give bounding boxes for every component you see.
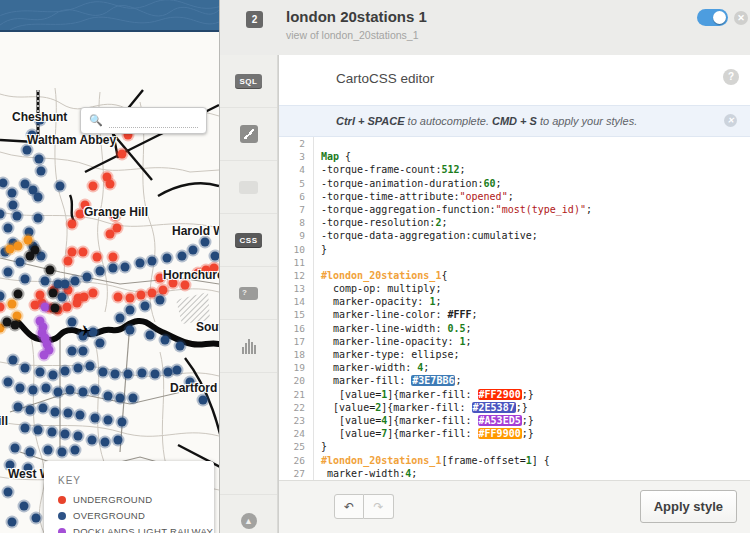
code-token: ;}: [522, 415, 534, 426]
tab-css[interactable]: CSS: [220, 214, 277, 267]
code-token: ]{marker-fill:: [387, 389, 477, 400]
station-dot-navy: [91, 414, 100, 423]
code-line[interactable]: 21 [value=1]{marker-fill: #FF2900;}: [279, 388, 750, 401]
undo-redo-group: ↶ ↷: [334, 494, 394, 519]
hint-close-icon[interactable]: ✕: [724, 114, 737, 127]
help-icon[interactable]: ?: [723, 69, 739, 85]
station-dot-navy: [201, 238, 210, 247]
code-line[interactable]: 4-torque-frame-count:512;: [279, 163, 750, 176]
station-dot-black: [26, 252, 35, 261]
station-dot-red: [148, 289, 157, 298]
map-place-label: ill: [0, 414, 8, 428]
apply-style-button[interactable]: Apply style: [640, 490, 737, 523]
tab-export[interactable]: ▲: [220, 495, 277, 533]
code-token: ;}: [522, 389, 534, 400]
layer-visibility-toggle[interactable]: [697, 9, 728, 26]
tab-infowindow[interactable]: [220, 161, 277, 214]
station-dot-navy: [79, 347, 88, 356]
station-dot-navy: [32, 514, 41, 523]
map-place-label: Dartford: [170, 381, 217, 395]
code-line[interactable]: 13 comp-op: multiply;: [279, 282, 750, 295]
color-swatch-token: #FF2900: [478, 389, 522, 400]
redo-button[interactable]: ↷: [364, 494, 394, 519]
code-token: ;: [496, 178, 502, 189]
code-line[interactable]: 15 marker-line-color: #FFF;: [279, 308, 750, 321]
code-line[interactable]: 16 marker-line-width: 0.5;: [279, 322, 750, 335]
station-dot-navy: [56, 182, 65, 191]
station-dot-navy: [68, 318, 77, 327]
search-input[interactable]: [109, 113, 198, 128]
code-line[interactable]: 23 [value=4]{marker-fill: #A53ED5;}: [279, 414, 750, 427]
legend-item-label: UNDERGROUND: [73, 494, 152, 505]
station-dot-navy: [79, 388, 88, 397]
code-line[interactable]: 26#london_20stations_1[frame-offset=1] {: [279, 454, 750, 467]
code-line[interactable]: 19 marker-width: 4;: [279, 361, 750, 374]
code-line[interactable]: 5-torque-animation-duration:60;: [279, 177, 750, 190]
editor-title: CartoCSS editor: [336, 71, 434, 86]
station-dot-navy: [71, 277, 80, 286]
panel-close-icon[interactable]: ✕: [734, 11, 748, 25]
station-dot-navy: [99, 368, 108, 377]
code-token: }: [321, 244, 327, 255]
station-dot-navy: [51, 408, 60, 417]
code-line[interactable]: 25}: [279, 440, 750, 453]
code-line[interactable]: 20 marker-fill: #3E7BB6;: [279, 374, 750, 387]
map-place-label: Waltham Abbey: [27, 133, 116, 147]
station-dot-navy: [126, 306, 135, 315]
station-dot-navy: [136, 259, 145, 268]
code-line[interactable]: 14 marker-opacity: 1;: [279, 295, 750, 308]
layer-panel-header: 2 london 20stations 1 view of london_20s…: [220, 0, 750, 55]
code-line[interactable]: 27 marker-width:4;: [279, 467, 750, 480]
tab-legend[interactable]: ?: [220, 267, 277, 320]
code-token: ]{marker-fill:: [387, 415, 477, 426]
code-line[interactable]: 22 [value=2]{marker-fill: #2E5387;}: [279, 401, 750, 414]
map-view[interactable]: CheshuntWaltham AbbeyGrange HillHarold W…: [0, 0, 219, 533]
station-dot-navy: [8, 189, 17, 198]
code-line[interactable]: 2: [279, 137, 750, 150]
tab-wizard[interactable]: [220, 108, 277, 161]
code-line[interactable]: 8-torque-resolution:2;: [279, 216, 750, 229]
station-dot-red: [89, 182, 98, 191]
code-token: -torque-aggregation-function:: [321, 204, 496, 215]
code-line[interactable]: 10}: [279, 243, 750, 256]
station-dot-navy: [88, 436, 97, 445]
line-number: 22: [279, 401, 313, 414]
line-number: 15: [279, 308, 313, 321]
station-dot-navy: [116, 314, 125, 323]
station-dot-navy: [4, 224, 13, 233]
station-dot-navy: [58, 293, 67, 302]
station-dot-navy: [26, 448, 35, 457]
code-token: ;: [586, 204, 592, 215]
station-dot-navy: [121, 263, 130, 272]
map-search-box[interactable]: 🔍: [80, 107, 207, 134]
layer-title: london 20stations 1: [286, 8, 427, 25]
code-token: -torque-frame-count:: [321, 164, 441, 175]
station-dot-navy: [109, 264, 118, 273]
code-line[interactable]: 24 [value=7]{marker-fill: #FF9900;}: [279, 427, 750, 440]
tab-sql[interactable]: SQL: [220, 55, 277, 108]
code-line[interactable]: 3Map {: [279, 150, 750, 163]
code-token: ;: [411, 468, 417, 479]
code-line[interactable]: 7-torque-aggregation-function:"most(type…: [279, 203, 750, 216]
code-token: marker-line-color:: [321, 309, 447, 320]
tab-filters[interactable]: [220, 320, 277, 373]
legend-item: OVERGROUND: [58, 510, 214, 521]
undo-button[interactable]: ↶: [334, 494, 364, 519]
code-line[interactable]: 6-torque-time-attribute:"opened";: [279, 190, 750, 203]
code-line[interactable]: 11: [279, 256, 750, 269]
code-line[interactable]: 18 marker-type: ellipse;: [279, 348, 750, 361]
code-token: ;: [472, 309, 478, 320]
station-dot-navy: [104, 416, 113, 425]
code-line[interactable]: 9-torque-data-aggregation:cumulative;: [279, 229, 750, 242]
station-dot-navy: [151, 370, 160, 379]
code-line[interactable]: 12#london_20stations_1{: [279, 269, 750, 282]
map-place-label: Sout: [196, 320, 219, 334]
station-dot-navy: [13, 212, 22, 221]
station-dot-navy: [48, 428, 57, 437]
code-token: -torque-time-attribute:: [321, 191, 459, 202]
code-line[interactable]: 17 marker-line-opacity: 1;: [279, 335, 750, 348]
code-editor[interactable]: 23Map {4-torque-frame-count:512;5-torque…: [279, 137, 750, 480]
station-dot-black: [49, 289, 58, 298]
hint-shortcut-2: CMD + S: [492, 115, 537, 127]
line-number: 20: [279, 374, 313, 387]
